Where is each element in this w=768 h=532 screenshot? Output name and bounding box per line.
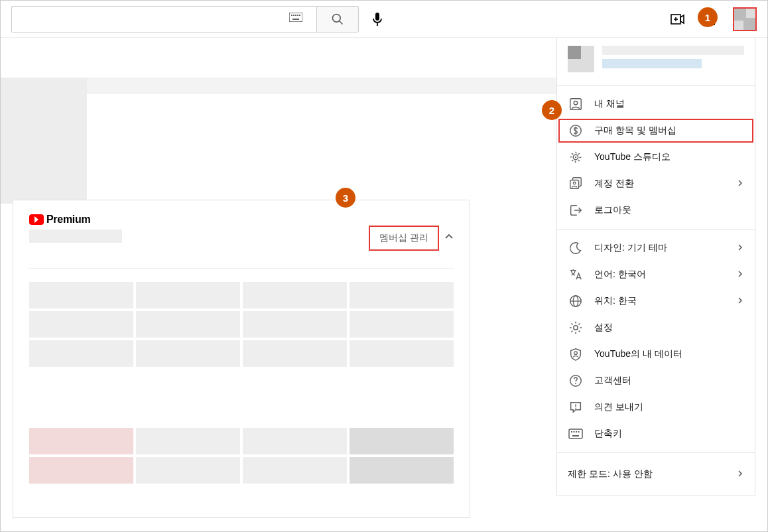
gear-icon bbox=[568, 320, 584, 336]
premium-header: Premium 멤버십 관리 bbox=[29, 214, 454, 269]
placeholder-block bbox=[243, 282, 347, 308]
menu-appearance[interactable]: 디자인: 기기 테마 bbox=[557, 235, 755, 261]
svg-rect-42 bbox=[576, 431, 577, 432]
moon-icon bbox=[568, 240, 584, 256]
menu-label: YouTube 스튜디오 bbox=[594, 151, 744, 163]
create-video-icon bbox=[669, 11, 685, 27]
menu-settings[interactable]: 설정 bbox=[557, 314, 755, 341]
menu-label: 언어: 한국어 bbox=[594, 269, 726, 281]
svg-point-7 bbox=[333, 14, 341, 22]
switch-account-icon bbox=[568, 176, 584, 192]
annotation-2: 2 bbox=[542, 100, 562, 120]
menu-location[interactable]: 위치: 한국 bbox=[557, 288, 755, 314]
premium-membership-card: Premium 멤버십 관리 bbox=[13, 200, 470, 518]
membership-manage-wrap: 멤버십 관리 bbox=[369, 226, 454, 251]
svg-point-36 bbox=[575, 383, 576, 384]
placeholder-block bbox=[29, 428, 133, 454]
menu-label: 로그아웃 bbox=[594, 204, 744, 216]
placeholder-block bbox=[243, 457, 347, 484]
menu-sign-out[interactable]: 로그아웃 bbox=[557, 197, 755, 224]
menu-shortcuts[interactable]: 단축키 bbox=[557, 421, 755, 447]
placeholder-block bbox=[243, 428, 347, 454]
menu-restricted-mode[interactable]: 제한 모드: 사용 안함 bbox=[557, 458, 755, 490]
chevron-right-icon bbox=[736, 178, 744, 189]
svg-rect-40 bbox=[571, 431, 572, 432]
menu-label: 위치: 한국 bbox=[594, 295, 726, 307]
menu-label: 설정 bbox=[594, 322, 744, 334]
account-name-placeholder bbox=[602, 46, 744, 77]
placeholder-block bbox=[136, 282, 240, 308]
svg-point-24 bbox=[574, 101, 578, 105]
placeholder-block bbox=[29, 340, 133, 367]
annotation-1: 1 bbox=[698, 7, 718, 27]
globe-icon bbox=[568, 293, 584, 309]
help-circle-icon bbox=[568, 373, 584, 389]
menu-label: 구매 항목 및 멤버십 bbox=[594, 125, 744, 137]
placeholder-block bbox=[29, 311, 133, 338]
menu-label: 내 채널 bbox=[594, 98, 744, 110]
menu-label: 의견 보내기 bbox=[594, 401, 744, 413]
create-button[interactable] bbox=[669, 11, 685, 27]
annotation-3: 3 bbox=[336, 188, 355, 208]
menu-label: 제한 모드: 사용 안함 bbox=[568, 468, 736, 480]
menu-your-data[interactable]: YouTube의 내 데이터 bbox=[557, 341, 755, 367]
svg-rect-43 bbox=[578, 431, 580, 432]
svg-point-38 bbox=[575, 408, 576, 409]
placeholder-block bbox=[1, 78, 87, 204]
placeholder-block bbox=[243, 311, 347, 338]
menu-my-channel[interactable]: 내 채널 bbox=[557, 91, 755, 117]
placeholder-block bbox=[350, 340, 454, 367]
placeholder-block bbox=[29, 457, 133, 484]
premium-brand-text: Premium bbox=[46, 214, 90, 226]
dropdown-section-2: 디자인: 기기 테마 언어: 한국어 위치: 한국 설정 YouTube의 내 … bbox=[557, 230, 755, 453]
menu-youtube-studio[interactable]: YouTube 스튜디오 bbox=[557, 144, 755, 170]
placeholder-block bbox=[350, 428, 454, 454]
premium-body bbox=[29, 282, 454, 484]
voice-search-button[interactable] bbox=[364, 6, 391, 33]
menu-help[interactable]: 고객센터 bbox=[557, 367, 755, 394]
menu-label: YouTube의 내 데이터 bbox=[594, 348, 744, 360]
menu-label: 계정 전환 bbox=[594, 178, 726, 190]
placeholder-block bbox=[29, 282, 133, 308]
placeholder-block bbox=[29, 230, 122, 243]
placeholder-block bbox=[350, 282, 454, 308]
dropdown-section-3: 제한 모드: 사용 안함 bbox=[557, 453, 755, 496]
placeholder-block bbox=[350, 311, 454, 338]
gear-play-icon bbox=[568, 149, 584, 165]
menu-switch-account[interactable]: 계정 전환 bbox=[557, 170, 755, 197]
menu-feedback[interactable]: 의견 보내기 bbox=[557, 394, 755, 421]
account-avatar-button[interactable] bbox=[733, 7, 757, 31]
youtube-play-icon bbox=[29, 214, 44, 225]
svg-rect-44 bbox=[572, 435, 579, 436]
menu-language[interactable]: 언어: 한국어 bbox=[557, 261, 755, 288]
search-input[interactable] bbox=[11, 6, 316, 33]
chevron-right-icon bbox=[736, 296, 744, 306]
account-dropdown: 내 채널 구매 항목 및 멤버십 YouTube 스튜디오 계정 전환 로그아웃… bbox=[556, 38, 755, 496]
search-container bbox=[11, 6, 391, 33]
sign-out-icon bbox=[568, 202, 584, 218]
search-icon bbox=[331, 13, 344, 26]
microphone-icon bbox=[372, 12, 383, 27]
chevron-up-icon bbox=[444, 232, 454, 244]
svg-rect-9 bbox=[375, 13, 379, 21]
placeholder-block bbox=[350, 457, 454, 484]
manage-membership-button[interactable]: 멤버십 관리 bbox=[369, 226, 439, 251]
youtube-premium-logo: Premium bbox=[29, 214, 122, 226]
dollar-circle-icon bbox=[568, 123, 584, 139]
chevron-right-icon bbox=[736, 269, 744, 280]
shield-user-icon bbox=[568, 346, 584, 362]
user-square-icon bbox=[568, 96, 584, 112]
translate-icon bbox=[568, 267, 584, 283]
svg-point-33 bbox=[574, 326, 578, 330]
account-avatar bbox=[568, 46, 594, 72]
placeholder-block bbox=[136, 428, 240, 454]
placeholder-block bbox=[136, 311, 240, 338]
menu-purchases-memberships[interactable]: 구매 항목 및 멤버십 bbox=[557, 117, 755, 144]
placeholder-block bbox=[136, 457, 240, 484]
svg-point-34 bbox=[574, 352, 578, 355]
menu-label: 단축키 bbox=[594, 428, 744, 440]
chevron-right-icon bbox=[736, 469, 744, 480]
keyboard-icon bbox=[568, 426, 584, 442]
search-button[interactable] bbox=[316, 6, 359, 33]
account-header bbox=[557, 38, 755, 86]
